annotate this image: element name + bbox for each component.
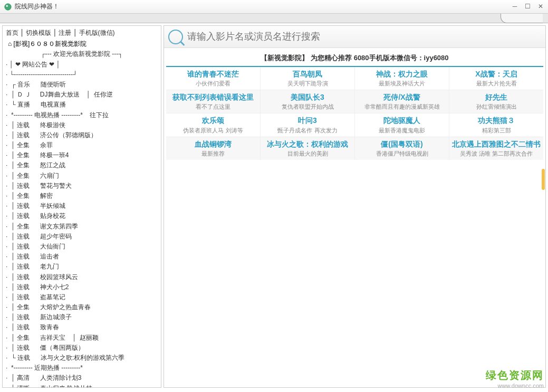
list-item[interactable]: · │ 连载 盗墓笔记 xyxy=(6,292,158,302)
movie-title: 僵(国粤双语) xyxy=(356,139,448,149)
movie-title: 美国队长3 xyxy=(262,92,353,102)
movie-desc: 看不了点这里 xyxy=(167,103,259,111)
movie-cell[interactable]: 谁的青春不迷茫小伙伴们爱看 xyxy=(166,67,260,90)
movie-desc: 复仇者联盟开始内战 xyxy=(262,103,353,111)
list-item[interactable]: · *--------- 电视热播 ---------* 往下拉 xyxy=(6,110,158,120)
list-item[interactable]: · │ 连载 大仙衙门 xyxy=(6,242,158,252)
list-item[interactable]: · │ 连载 新边城浪子 xyxy=(6,312,158,322)
movie-title: 陀地驱魔人 xyxy=(356,116,448,125)
movie-desc: 甄子丹成名作 再次发力 xyxy=(262,127,353,135)
list-item[interactable]: · │ 全集 六扇门 xyxy=(6,171,158,181)
list-item[interactable]: · │ 全集 怒江之战 xyxy=(6,160,158,170)
search-icon[interactable] xyxy=(168,30,183,44)
list-item[interactable]: · │ 连载 超少年密码 xyxy=(6,232,158,242)
list-item[interactable]: · │ 连载 校园篮球风云 xyxy=(6,272,158,282)
movie-grid: 谁的青春不迷茫小伙伴们爱看百鸟朝凤吴天明下跪导演神战：权力之眼最新埃及神话大片X… xyxy=(166,67,543,160)
movie-title: 功夫熊猫３ xyxy=(450,116,542,125)
movie-desc: 香港僵尸特级电视剧 xyxy=(356,150,448,158)
movie-cell[interactable]: 好先生孙红雷倾情演出 xyxy=(449,90,543,113)
announce-mid: · │ ❤ 网站公告 ❤ │ xyxy=(6,60,158,70)
scrollbar-thumb[interactable] xyxy=(542,169,545,190)
movie-title: 叶问3 xyxy=(262,116,353,125)
list-item[interactable]: · │ 连载 老九门 xyxy=(6,262,158,272)
promo-text: 【新视觉影院】 为您精心推荐 6080手机版本微信号：iyy6080 xyxy=(166,48,543,67)
movie-desc: 小伙伴们爱看 xyxy=(167,80,259,88)
movie-desc: 非常酷而且有趣的漫威新英雄 xyxy=(356,103,448,111)
movie-desc: 吴天明下跪导演 xyxy=(262,80,353,88)
list-item[interactable]: · │ 连载 半妖倾城 xyxy=(6,201,158,211)
list-item[interactable]: · *--------- 近期热播 ---------* xyxy=(6,363,158,373)
sidebar: 首页 │ 切换模版 │ 注册 │ 手机版(微信) ⌂ [影视]６０８０新视觉影院… xyxy=(2,25,161,388)
movie-cell[interactable]: 百鸟朝凤吴天明下跪导演 xyxy=(261,67,354,90)
movie-cell[interactable]: 获取不到列表错误看这里看不了点这里 xyxy=(166,90,260,113)
search-bar xyxy=(164,26,545,48)
nav-register[interactable]: 注册 xyxy=(59,29,71,36)
maximize-button[interactable]: ☐ xyxy=(523,3,533,10)
list-item[interactable]: · │ 全集 终极一班4 xyxy=(6,150,158,160)
tab-curve xyxy=(501,14,543,23)
list-item[interactable]: · │ Ｄ Ｊ DJ舞曲大放送 │ 任你逆 xyxy=(6,90,158,100)
list-item[interactable]: · │ 全集 解密 xyxy=(6,191,158,201)
list-item[interactable]: · │ 全集 谢文东第四季 xyxy=(6,222,158,232)
movie-title: 获取不到列表错误看这里 xyxy=(167,92,259,102)
search-input[interactable] xyxy=(187,31,541,42)
movie-cell[interactable]: 北京遇上西雅图之不二情书吴秀波 汤唯 第二部再次合作 xyxy=(449,137,543,160)
movie-cell[interactable]: 陀地驱魔人最新香港魔鬼电影 xyxy=(355,113,449,136)
list-item[interactable]: · │ 高清 人类清除计划3 xyxy=(6,373,158,383)
nav-mobile[interactable]: 手机版(微信) xyxy=(79,29,115,36)
nav-home[interactable]: 首页 xyxy=(6,29,18,36)
movie-title: 血战铜锣湾 xyxy=(167,139,259,149)
list-item[interactable]: · │ 全集 大熔炉之热血青春 xyxy=(6,302,158,312)
movie-cell[interactable]: 欢乐颂伪装者原班人马 刘涛等 xyxy=(166,113,260,136)
list-item[interactable]: · │ 连载 贴身校花 xyxy=(6,211,158,221)
movie-cell[interactable]: 神战：权力之眼最新埃及神话大片 xyxy=(355,67,449,90)
list-item[interactable]: · │ 连载 追击者 xyxy=(6,252,158,262)
breadcrumb[interactable]: ⌂ [影视]６０８０新视觉影院 xyxy=(8,39,158,49)
movie-title: 神战：权力之眼 xyxy=(356,69,448,79)
app-icon xyxy=(4,3,12,11)
list-item[interactable]: · │ 连载 济公传（郭德纲版） xyxy=(6,130,158,140)
list-item[interactable]: · │ 连载 僵（粤国两版） xyxy=(6,343,158,353)
window-title: 院线同步神器！ xyxy=(15,2,59,11)
movie-cell[interactable]: 冰与火之歌：权利的游戏目前最火的美剧 xyxy=(261,137,354,160)
movie-desc: 精彩第三部 xyxy=(450,127,542,135)
movie-desc: 最新大片抢先看 xyxy=(450,80,542,88)
list-item[interactable]: · ┌ 音乐 随便听听 xyxy=(6,80,158,90)
movie-desc: 最新推荐 xyxy=(167,150,259,158)
movie-cell[interactable]: X战警：天启最新大片抢先看 xyxy=(449,67,543,90)
tab-strip xyxy=(0,14,548,23)
list-item[interactable]: · │ 清晰 泰山归来 险战丛林 . xyxy=(6,384,158,388)
nav-template[interactable]: 切换模版 xyxy=(26,29,51,36)
movie-desc: 孙红雷倾情演出 xyxy=(450,103,542,111)
list-item[interactable]: · │ 连载 终极游侠 xyxy=(6,120,158,130)
movie-title: 好先生 xyxy=(450,92,542,102)
movie-title: 谁的青春不迷茫 xyxy=(167,69,259,79)
content: 【新视觉影院】 为您精心推荐 6080手机版本微信号：iyy6080 谁的青春不… xyxy=(164,25,546,388)
window-controls: ─ ☐ ✕ xyxy=(509,1,546,11)
list-item[interactable]: · │ 连载 致青春 xyxy=(6,322,158,332)
list-item[interactable]: · │ 连载 警花与警犬 xyxy=(6,181,158,191)
movie-cell[interactable]: 死侍/X战警非常酷而且有趣的漫威新英雄 xyxy=(355,90,449,113)
close-button[interactable]: ✕ xyxy=(535,3,546,10)
movie-cell[interactable]: 美国队长3复仇者联盟开始内战 xyxy=(261,90,354,113)
movie-cell[interactable]: 血战铜锣湾最新推荐 xyxy=(166,137,260,160)
list-item[interactable]: · │ 全集 吉祥天宝 │ 赵丽颖 xyxy=(6,333,158,343)
list-item[interactable]: · └ 连载 冰与火之歌:权利的游戏第六季 xyxy=(6,353,158,363)
watermark: 绿色资源网 www.downcc.com xyxy=(486,368,544,389)
announce-bot: · └----------------------------┘ xyxy=(6,70,158,80)
movie-cell[interactable]: 僵(国粤双语)香港僵尸特级电视剧 xyxy=(355,137,449,160)
movie-cell[interactable]: 叶问3甄子丹成名作 再次发力 xyxy=(261,113,354,136)
list-item[interactable]: · └ 直播 电视直播 xyxy=(6,100,158,110)
top-nav: 首页 │ 切换模版 │ 注册 │ 手机版(微信) xyxy=(6,28,158,38)
svg-point-1 xyxy=(6,5,8,7)
watermark-url: www.downcc.com xyxy=(486,383,544,389)
minimize-button[interactable]: ─ xyxy=(509,3,520,10)
movie-title: 欢乐颂 xyxy=(167,116,259,125)
movie-desc: 最新香港魔鬼电影 xyxy=(356,127,448,135)
list-item[interactable]: · │ 全集 余罪 xyxy=(6,140,158,150)
list-item[interactable]: · │ 连载 神犬小七2 xyxy=(6,282,158,292)
movie-cell[interactable]: 功夫熊猫３精彩第三部 xyxy=(449,113,543,136)
movie-title: X战警：天启 xyxy=(450,69,542,79)
svg-point-0 xyxy=(5,3,11,9)
titlebar: 院线同步神器！ ─ ☐ ✕ xyxy=(0,0,548,14)
